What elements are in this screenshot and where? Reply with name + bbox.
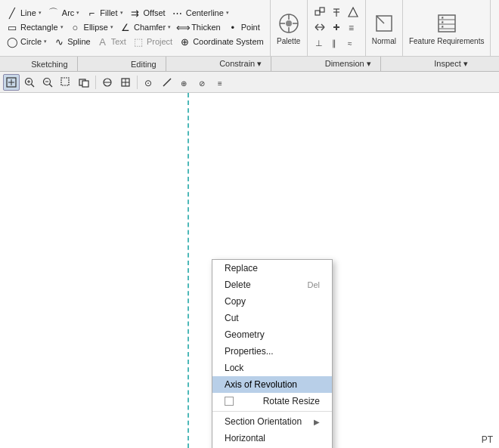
rectangle-icon: ▭	[6, 21, 18, 33]
editing-section[interactable]: Editing	[122, 57, 166, 71]
toolbar-row-3: ◯ Circle ▾ ∿ Spline A Text ⬚ Project ⊕	[5, 35, 265, 48]
snap-btn-4[interactable]: ⊘	[195, 74, 212, 91]
circle-arrow: ▾	[44, 39, 47, 45]
svg-line-51	[163, 79, 171, 86]
zoom-in-btn[interactable]	[21, 74, 38, 91]
centerline-tool[interactable]: ⋯ Centerline ▾	[170, 6, 231, 20]
arc-arrow: ▾	[76, 10, 79, 16]
toolbar: ╱ Line ▾ ⌒ Arc ▾ ⌐ Fillet ▾ ⇉ Offset	[0, 0, 499, 57]
dimension-section[interactable]: Dimension ▾	[316, 57, 381, 71]
svg-text:⊕: ⊕	[181, 79, 187, 88]
edit-icon-9[interactable]: ≈	[346, 36, 361, 49]
svg-line-36	[31, 84, 34, 87]
rectangle-tool[interactable]: ▭ Rectangle ▾	[5, 20, 65, 34]
svg-rect-44	[82, 81, 88, 87]
ctx-lock[interactable]: Lock	[212, 360, 332, 376]
edit-icon-8[interactable]: ∥	[329, 36, 344, 49]
edit-icon-1[interactable]	[312, 5, 327, 19]
ellipse-tool[interactable]: ○ Ellipse ▾	[68, 20, 115, 34]
text-icon: A	[97, 36, 109, 48]
fillet-tool[interactable]: ⌐ Fillet ▾	[84, 6, 124, 20]
snap-btn-2[interactable]	[159, 74, 175, 91]
ctx-section-orientation[interactable]: Section Orientation ▶	[212, 413, 332, 430]
line-icon: ╱	[6, 7, 18, 19]
view-btn-2[interactable]	[117, 74, 134, 91]
coordinate-icon: ⊕	[178, 36, 191, 48]
chamfer-tool[interactable]: ∠ Chamfer ▾	[118, 20, 172, 34]
feature-requirements-icon: ★ ★ ★	[435, 11, 459, 36]
edit-icon-7[interactable]: ⊥	[312, 36, 327, 49]
svg-text:★: ★	[441, 24, 445, 29]
toolbar-row-2: ▭ Rectangle ▾ ○ Ellipse ▾ ∠ Chamfer ▾ ⟺ …	[5, 20, 265, 34]
svg-text:≡: ≡	[218, 79, 222, 88]
section-bar: Sketching Editing Constrain ▾ Dimension …	[0, 57, 499, 72]
feature-requirements-button[interactable]: ★ ★ ★ Feature Requirements	[403, 0, 491, 56]
ctx-replace[interactable]: Replace	[212, 260, 332, 277]
offset-icon: ⇉	[129, 7, 141, 19]
ctx-rotate-resize[interactable]: Rotate Resize	[212, 393, 332, 409]
edit-icon-5[interactable]	[329, 20, 344, 34]
edit-icon-6[interactable]: ≡	[346, 20, 361, 34]
spline-tool[interactable]: ∿ Spline	[51, 35, 92, 48]
ellipse-icon: ○	[70, 21, 82, 33]
text-tool[interactable]: A Text	[95, 35, 128, 48]
ctx-delete[interactable]: Delete Del	[212, 277, 332, 293]
draw-tools-group: ╱ Line ▾ ⌒ Arc ▾ ⌐ Fillet ▾ ⇉ Offset	[0, 0, 271, 56]
ctx-cut[interactable]: Cut	[212, 310, 332, 326]
zoom-fit-btn[interactable]	[3, 74, 20, 91]
edit-icon-2[interactable]	[329, 5, 344, 19]
ctx-geometry[interactable]: Geometry	[212, 326, 332, 343]
separator-2	[137, 76, 138, 89]
line-tool[interactable]: ╱ Line ▾	[5, 6, 43, 20]
constrain-section[interactable]: Constrain ▾	[210, 57, 271, 71]
centerline-arrow: ▾	[226, 10, 229, 16]
fillet-arrow: ▾	[120, 10, 123, 16]
offset-tool[interactable]: ⇉ Offset	[128, 6, 167, 20]
ctx-axis-of-revolution[interactable]: Axis of Revolution	[212, 376, 332, 393]
edit-icon-3[interactable]	[346, 5, 361, 19]
svg-text:⊥: ⊥	[315, 39, 323, 48]
arc-tool[interactable]: ⌒ Arc ▾	[46, 6, 82, 20]
separator-1	[95, 76, 96, 89]
line-arrow: ▾	[39, 10, 42, 16]
normal-button[interactable]: Normal	[366, 0, 403, 56]
ctx-properties[interactable]: Properties...	[212, 343, 332, 360]
view-btn-1[interactable]	[99, 74, 116, 91]
fillet-icon: ⌐	[85, 7, 98, 19]
snap-btn-3[interactable]: ⊕	[177, 74, 194, 91]
circle-icon: ◯	[6, 36, 18, 48]
thicken-tool[interactable]: ⟺ Thicken	[175, 20, 222, 34]
ctx-copy[interactable]: Copy	[212, 293, 332, 310]
snap-btn-5[interactable]: ≡	[213, 74, 230, 91]
snap-btn-1[interactable]: ⊙	[141, 74, 157, 91]
zoom-area-btn[interactable]	[57, 74, 74, 91]
pan-btn[interactable]	[76, 74, 92, 91]
normal-icon	[372, 11, 396, 36]
svg-text:⊘: ⊘	[199, 79, 205, 88]
svg-marker-11	[349, 8, 358, 17]
ctx-horizontal[interactable]: Horizontal	[212, 430, 332, 446]
canvas: Replace Delete Del Copy Cut Geometry Pro…	[0, 93, 499, 448]
submenu-arrow: ▶	[314, 418, 320, 426]
rectangle-arrow: ▾	[60, 24, 64, 30]
svg-rect-42	[61, 78, 69, 85]
zoom-out-btn[interactable]	[39, 74, 56, 91]
project-tool[interactable]: ⬚ Project	[131, 35, 174, 48]
arc-icon: ⌒	[48, 7, 60, 19]
icon-bar: ⊙ ⊕ ⊘ ≡	[0, 72, 499, 93]
circle-tool[interactable]: ◯ Circle ▾	[5, 35, 48, 48]
axis-line	[188, 93, 189, 448]
point-tool[interactable]: • Point	[225, 20, 262, 34]
palette-icon	[277, 11, 301, 36]
inspect-section[interactable]: Inspect ▾	[425, 57, 477, 71]
svg-rect-6	[315, 11, 320, 15]
coordinate-system-tool[interactable]: ⊕ Coordinate System	[177, 35, 265, 48]
sketching-section[interactable]: Sketching	[22, 57, 77, 71]
edit-icon-4[interactable]	[312, 20, 327, 34]
point-icon: •	[227, 21, 239, 33]
svg-rect-7	[320, 8, 324, 12]
svg-text:≈: ≈	[348, 39, 352, 48]
svg-line-24	[377, 16, 384, 23]
chamfer-arrow: ▾	[168, 24, 171, 30]
palette-button[interactable]: Palette	[271, 0, 308, 56]
